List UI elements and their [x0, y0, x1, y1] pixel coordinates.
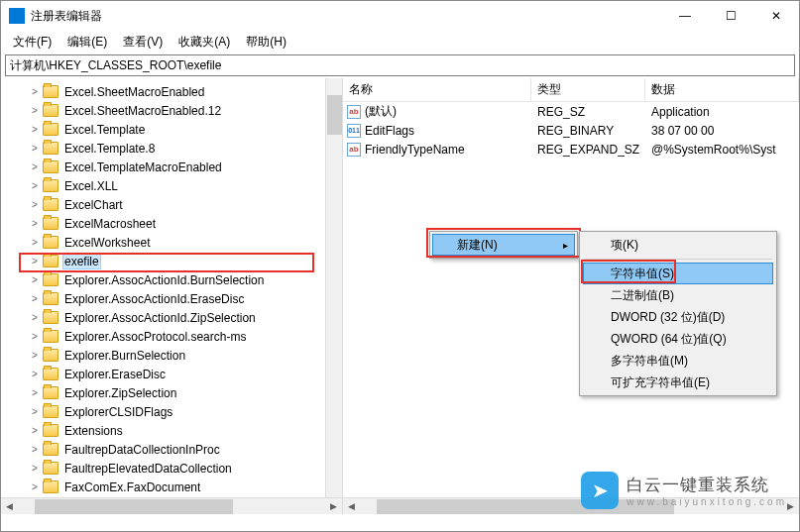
- list-row[interactable]: ab(默认)REG_SZApplication: [343, 102, 799, 121]
- menu-edit[interactable]: 编辑(E): [59, 32, 115, 53]
- value-name: EditFlags: [365, 124, 414, 138]
- tree-item[interactable]: >Excel.Template: [1, 120, 342, 139]
- tree-scrollbar-horizontal[interactable]: ◀▶: [1, 497, 342, 514]
- tree-label: Excel.Template: [62, 123, 147, 137]
- tree-item[interactable]: >ExplorerCLSIDFlags: [1, 402, 342, 421]
- tree-item[interactable]: >FaultrepDataCollectionInProc: [1, 440, 342, 459]
- tree-label: FaultrepElevatedDataCollection: [62, 462, 234, 476]
- menu-favorites[interactable]: 收藏夹(A): [171, 32, 238, 53]
- menu-item-qword[interactable]: QWORD (64 位)值(Q): [583, 328, 773, 350]
- tree-label: Explorer.BurnSelection: [62, 349, 187, 363]
- expand-icon[interactable]: >: [29, 161, 41, 172]
- tree-item[interactable]: >exefile: [1, 252, 342, 270]
- expand-icon[interactable]: >: [29, 237, 41, 248]
- tree-item[interactable]: >ExcelMacrosheet: [1, 214, 342, 233]
- folder-icon: [43, 104, 58, 117]
- close-button[interactable]: ✕: [753, 1, 799, 31]
- tree-item[interactable]: >Excel.Template.8: [1, 139, 342, 158]
- tree-item[interactable]: >Explorer.AssocActionId.ZipSelection: [1, 308, 342, 327]
- tree-item[interactable]: >FaultrepElevatedDataCollection: [1, 459, 342, 478]
- expand-icon[interactable]: >: [29, 369, 41, 379]
- menu-item-string[interactable]: 字符串值(S): [583, 263, 773, 284]
- expand-icon[interactable]: >: [29, 180, 41, 191]
- tree-label: Explorer.ZipSelection: [62, 386, 178, 400]
- expand-icon[interactable]: >: [29, 274, 41, 285]
- expand-icon[interactable]: >: [29, 105, 41, 116]
- expand-icon[interactable]: >: [29, 387, 41, 398]
- tree-label: Explorer.AssocActionId.EraseDisc: [62, 292, 246, 306]
- tree-label: Explorer.EraseDisc: [62, 368, 168, 381]
- expand-icon[interactable]: >: [29, 425, 41, 436]
- menu-item-new[interactable]: 新建(N): [432, 234, 575, 256]
- menu-item-expandstring[interactable]: 可扩充字符串值(E): [583, 372, 773, 393]
- expand-icon[interactable]: >: [29, 293, 41, 304]
- folder-icon: [43, 160, 58, 173]
- context-menu-new: 新建(N): [429, 231, 578, 259]
- tree-item[interactable]: >Excel.SheetMacroEnabled: [1, 82, 342, 101]
- menu-help[interactable]: 帮助(H): [238, 32, 294, 53]
- maximize-button[interactable]: ☐: [708, 1, 753, 31]
- expand-icon[interactable]: >: [29, 86, 41, 97]
- expand-icon[interactable]: >: [29, 406, 41, 417]
- tree-label: exefile: [62, 254, 101, 269]
- tree-item[interactable]: >Excel.XLL: [1, 176, 342, 195]
- value-icon: 011: [347, 124, 361, 138]
- tree-scrollbar-vertical[interactable]: [325, 78, 342, 497]
- expand-icon[interactable]: >: [29, 218, 41, 229]
- value-name: FriendlyTypeName: [365, 143, 465, 157]
- context-submenu: 项(K) 字符串值(S) 二进制值(B) DWORD (32 位)值(D) QW…: [579, 231, 777, 396]
- col-type[interactable]: 类型: [531, 78, 645, 101]
- tree-item[interactable]: >Extensions: [1, 421, 342, 440]
- menu-file[interactable]: 文件(F): [5, 32, 59, 53]
- folder-icon: [43, 217, 58, 230]
- folder-icon: [43, 311, 58, 324]
- tree-item[interactable]: >Explorer.EraseDisc: [1, 365, 342, 383]
- expand-icon[interactable]: >: [29, 444, 41, 455]
- menu-item-multistring[interactable]: 多字符串值(M): [583, 350, 773, 372]
- app-icon: [9, 8, 25, 24]
- expand-icon[interactable]: >: [29, 199, 41, 210]
- tree-label: Excel.SheetMacroEnabled.12: [62, 104, 223, 118]
- menu-item-key[interactable]: 项(K): [583, 234, 773, 256]
- expand-icon[interactable]: >: [29, 312, 41, 323]
- tree-item[interactable]: >Explorer.AssocActionId.BurnSelection: [1, 270, 342, 289]
- tree-item[interactable]: >Explorer.AssocProtocol.search-ms: [1, 327, 342, 346]
- tree-item[interactable]: >Explorer.BurnSelection: [1, 346, 342, 365]
- address-text: 计算机\HKEY_CLASSES_ROOT\exefile: [10, 57, 221, 74]
- folder-icon: [43, 179, 58, 192]
- menu-view[interactable]: 查看(V): [115, 32, 171, 53]
- tree-label: Extensions: [62, 424, 125, 438]
- expand-icon[interactable]: >: [29, 124, 41, 135]
- tree-item[interactable]: >Explorer.ZipSelection: [1, 383, 342, 402]
- tree-label: Explorer.AssocActionId.BurnSelection: [62, 273, 266, 287]
- expand-icon[interactable]: >: [29, 256, 41, 266]
- expand-icon[interactable]: >: [29, 350, 41, 361]
- value-data: Application: [645, 105, 799, 119]
- col-data[interactable]: 数据: [645, 78, 799, 101]
- col-name[interactable]: 名称: [343, 78, 531, 101]
- expand-icon[interactable]: >: [29, 331, 41, 342]
- expand-icon[interactable]: >: [29, 463, 41, 474]
- tree-item[interactable]: >Explorer.AssocActionId.EraseDisc: [1, 289, 342, 308]
- folder-icon: [43, 198, 58, 211]
- minimize-button[interactable]: —: [662, 1, 708, 31]
- folder-icon: [43, 462, 58, 475]
- folder-icon: [43, 273, 58, 286]
- menu-item-dword[interactable]: DWORD (32 位)值(D): [583, 306, 773, 328]
- folder-icon: [43, 123, 58, 136]
- menu-bar: 文件(F) 编辑(E) 查看(V) 收藏夹(A) 帮助(H): [1, 31, 799, 53]
- tree-item[interactable]: >Excel.SheetMacroEnabled.12: [1, 101, 342, 120]
- address-bar[interactable]: 计算机\HKEY_CLASSES_ROOT\exefile: [5, 54, 795, 76]
- list-row[interactable]: 011EditFlagsREG_BINARY38 07 00 00: [343, 121, 799, 140]
- value-type: REG_EXPAND_SZ: [531, 143, 645, 157]
- tree-item[interactable]: >ExcelChart: [1, 195, 342, 214]
- tree-label: Excel.XLL: [62, 179, 120, 193]
- folder-icon: [43, 368, 58, 380]
- expand-icon[interactable]: >: [29, 481, 41, 492]
- tree-item[interactable]: >Excel.TemplateMacroEnabled: [1, 158, 342, 176]
- menu-item-binary[interactable]: 二进制值(B): [583, 284, 773, 306]
- list-row[interactable]: abFriendlyTypeNameREG_EXPAND_SZ@%SystemR…: [343, 140, 799, 159]
- expand-icon[interactable]: >: [29, 143, 41, 154]
- tree-item[interactable]: >FaxComEx.FaxDocument: [1, 478, 342, 496]
- tree-item[interactable]: >ExcelWorksheet: [1, 233, 342, 252]
